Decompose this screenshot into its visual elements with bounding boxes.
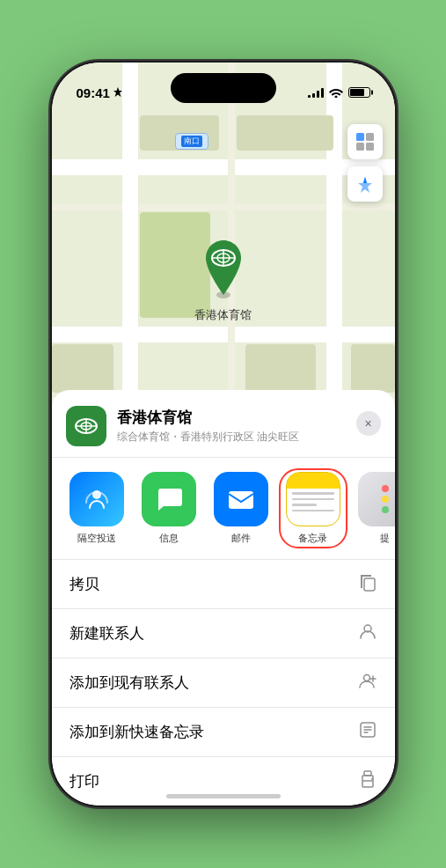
mail-label: 邮件 [231, 532, 251, 545]
svg-rect-7 [356, 143, 364, 151]
compass-icon [356, 175, 374, 193]
action-quick-note-label: 添加到新快速备忘录 [69, 722, 204, 742]
venue-subtitle: 综合体育馆・香港特别行政区 油尖旺区 [117, 430, 299, 445]
share-airdrop[interactable]: 隔空投送 [66, 472, 128, 545]
messages-label: 信息 [159, 532, 179, 545]
pin-container [193, 239, 254, 300]
svg-rect-14 [229, 491, 253, 509]
notes-label: 备忘录 [298, 532, 327, 545]
share-row: 隔空投送 信息 [52, 458, 395, 560]
airdrop-svg [83, 485, 111, 513]
more-label: 提 [380, 532, 390, 545]
action-quick-note[interactable]: 添加到新快速备忘录 [52, 708, 395, 757]
svg-rect-25 [364, 771, 371, 776]
venue-icon [66, 406, 106, 446]
copy-icon [358, 572, 377, 596]
mail-icon [214, 472, 268, 526]
share-notes[interactable]: 备忘录 [282, 472, 344, 545]
person-add-icon [358, 671, 377, 695]
status-icons [308, 87, 370, 98]
venue-name: 香港体育馆 [117, 408, 299, 428]
sheet-header: 香港体育馆 综合体育馆・香港特别行政区 油尖旺区 × [52, 390, 395, 458]
location-icon [113, 87, 122, 98]
person-icon [358, 622, 377, 645]
airdrop-icon [69, 472, 124, 526]
action-copy[interactable]: 拷贝 [52, 560, 395, 609]
share-messages[interactable]: 信息 [138, 472, 200, 545]
venue-info: 香港体育馆 综合体育馆・香港特别行政区 油尖旺区 [117, 408, 299, 445]
mail-svg [225, 483, 257, 515]
venue-stadium-icon [74, 414, 99, 438]
action-add-contact-label: 添加到现有联系人 [69, 673, 189, 693]
svg-rect-8 [366, 143, 374, 151]
action-new-contact-label: 新建联系人 [69, 623, 144, 644]
location-button[interactable] [347, 166, 383, 202]
airdrop-label: 隔空投送 [77, 532, 116, 545]
map-style-button[interactable] [347, 124, 383, 159]
action-add-contact[interactable]: 添加到现有联系人 [52, 658, 395, 708]
pin-svg [197, 239, 250, 300]
note-icon [358, 720, 377, 744]
time-label: 09:41 [77, 85, 110, 100]
notes-icon [286, 472, 340, 526]
stadium-label: 香港体育馆 [194, 307, 252, 323]
action-print-label: 打印 [69, 771, 99, 791]
messages-svg [153, 483, 185, 515]
wifi-icon [329, 87, 343, 98]
battery-icon [348, 87, 370, 98]
map-label-north-exit: 南口 南口 [175, 133, 208, 150]
svg-point-17 [363, 675, 369, 681]
more-icon [358, 472, 395, 526]
close-button[interactable]: × [356, 411, 381, 436]
share-mail[interactable]: 邮件 [210, 472, 272, 545]
map-style-icon [355, 132, 375, 151]
dynamic-island [171, 73, 276, 103]
svg-rect-15 [364, 578, 375, 591]
print-icon [358, 769, 377, 793]
home-indicator [166, 794, 281, 798]
share-more[interactable]: 提 [355, 472, 395, 545]
svg-rect-5 [356, 133, 364, 141]
svg-rect-24 [362, 781, 373, 787]
map-controls [347, 124, 383, 209]
svg-point-26 [371, 778, 373, 780]
phone-frame: 09:41 [52, 63, 395, 805]
action-new-contact[interactable]: 新建联系人 [52, 609, 395, 658]
action-copy-label: 拷贝 [69, 574, 99, 594]
messages-icon [142, 472, 196, 526]
stadium-marker: 香港体育馆 [193, 239, 254, 323]
bottom-sheet: 香港体育馆 综合体育馆・香港特别行政区 油尖旺区 × [52, 390, 395, 805]
svg-rect-6 [366, 133, 374, 141]
phone-screen: 09:41 [52, 63, 395, 805]
status-time: 09:41 [77, 85, 122, 100]
signal-icon [308, 87, 324, 98]
